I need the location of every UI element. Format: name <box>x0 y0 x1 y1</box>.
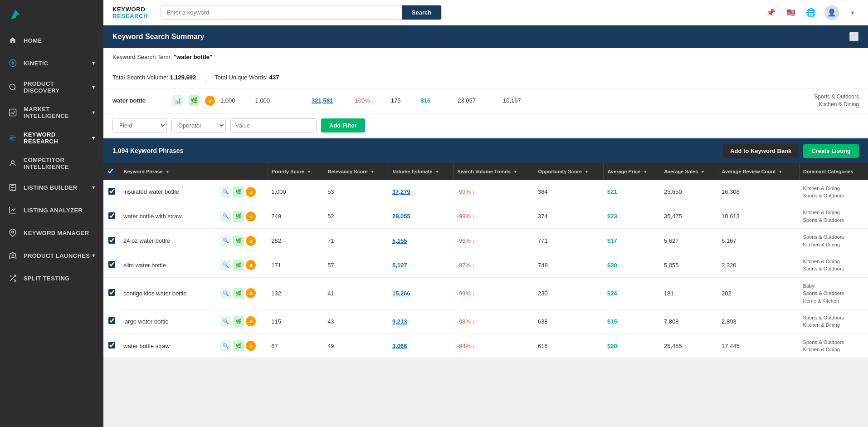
sidebar-item-label: KEYWORD MANAGER <box>24 230 89 236</box>
summary-title: Keyword Search Summary <box>112 33 205 41</box>
row-avg-price: $20 <box>604 253 660 277</box>
row-checkbox[interactable] <box>108 261 115 268</box>
leaf-icon[interactable]: 🌿 <box>233 340 244 351</box>
search-term-label: Keyword Search Term: <box>112 54 172 60</box>
sidebar: HOME KINETIC ▼ PRODUCT DISCOVERY ▼ MARKE… <box>0 0 103 427</box>
amazon-icon[interactable]: a <box>246 187 256 197</box>
sidebar-item-split-testing[interactable]: SPLIT TESTING <box>0 267 103 290</box>
sidebar-item-keyword-research[interactable]: KEYWORD RESEARCH ▼ <box>0 125 103 151</box>
row-avg-price: $20 <box>604 334 660 358</box>
th-avg-reviews: Average Review Count ▼ <box>718 163 800 180</box>
row-opportunity: 384 <box>534 180 604 204</box>
search-icon[interactable]: 🔍 <box>220 260 231 270</box>
screen-icon[interactable]: ⬜ <box>849 32 859 42</box>
search-icon[interactable]: 🔍 <box>220 211 231 222</box>
row-avg-reviews: 16,308 <box>718 180 800 204</box>
row-opportunity: 771 <box>534 229 604 253</box>
row-keyword: water bottle with straw <box>120 204 217 229</box>
row-opportunity: 230 <box>534 277 604 309</box>
main-keyword-row: water bottle 📊 🌿 a 1,000 1,000 321,581 -… <box>103 88 868 113</box>
row-avg-sales: 181 <box>660 277 718 309</box>
row-volume: 5,107 <box>389 253 454 277</box>
sidebar-item-product-discovery[interactable]: PRODUCT DISCOVERY ▼ <box>0 74 103 100</box>
amazon-icon[interactable]: a <box>246 288 256 298</box>
user-chevron-icon[interactable]: ▼ <box>846 6 859 19</box>
th-checkbox <box>103 163 120 180</box>
sort-arrow-icon: ▼ <box>307 170 311 174</box>
row-priority: 132 <box>268 277 324 309</box>
amazon-icon[interactable]: a <box>246 236 256 246</box>
svg-point-3 <box>11 161 14 163</box>
sidebar-item-home[interactable]: HOME <box>0 29 103 52</box>
row-avg-price: $17 <box>604 229 660 253</box>
row-opportunity: 616 <box>534 334 604 358</box>
sidebar-item-kinetic[interactable]: KINETIC ▼ <box>0 52 103 74</box>
row-checkbox[interactable] <box>108 289 115 296</box>
user-avatar[interactable]: 👤 <box>824 5 839 20</box>
globe-icon[interactable]: 🌐 <box>805 6 817 19</box>
search-button[interactable]: Search <box>402 5 441 20</box>
chevron-down-icon: ▼ <box>91 135 96 141</box>
leaf-icon[interactable]: 🌿 <box>189 95 200 106</box>
listing-builder-icon <box>7 182 18 193</box>
sidebar-item-label: LISTING ANALYZER <box>24 207 83 214</box>
amazon-icon[interactable]: a <box>246 341 256 351</box>
row-opportunity: 638 <box>534 309 604 334</box>
table-row: contigo kids water bottle 🔍 🌿 a 132 41 1… <box>103 277 868 309</box>
leaf-icon[interactable]: 🌿 <box>233 260 244 270</box>
main-relevancy: 1,000 <box>255 97 270 104</box>
listing-analyzer-icon <box>7 205 18 216</box>
search-icon[interactable]: 🔍 <box>220 340 231 351</box>
amazon-icon[interactable]: a <box>205 96 215 106</box>
add-to-bank-button[interactable]: Add to Keyword Bank <box>723 144 799 158</box>
select-all-checkbox[interactable] <box>107 168 114 175</box>
operator-select[interactable]: Operator <box>171 118 226 133</box>
main-trend: -100% ↓ <box>353 97 375 104</box>
search-icon[interactable]: 🔍 <box>220 316 231 327</box>
field-select[interactable]: Field <box>112 118 167 133</box>
search-icon[interactable]: 🔍 <box>220 236 231 246</box>
row-relevancy: 49 <box>324 334 389 358</box>
value-input[interactable] <box>230 118 317 133</box>
leaf-icon[interactable]: 🌿 <box>233 187 244 197</box>
sidebar-item-listing-analyzer[interactable]: LISTING ANALYZER <box>0 199 103 221</box>
sidebar-item-listing-builder[interactable]: LISTING BUILDER ▼ <box>0 176 103 199</box>
flag-icon[interactable]: 🇺🇸 <box>785 6 797 19</box>
row-priority: 115 <box>268 309 324 334</box>
row-checkbox[interactable] <box>108 342 115 348</box>
row-checkbox-cell <box>103 253 120 277</box>
sort-arrow-icon: ▼ <box>371 170 375 174</box>
sidebar-item-product-launches[interactable]: PRODUCT LAUNCHES ▼ <box>0 244 103 267</box>
search-icon[interactable]: 🔍 <box>220 187 231 197</box>
leaf-icon[interactable]: 🌿 <box>233 288 244 299</box>
main-volume-link[interactable]: 321,581 <box>312 97 333 104</box>
search-icon[interactable]: 🔍 <box>220 288 231 299</box>
sidebar-item-label: KEYWORD RESEARCH <box>24 131 91 145</box>
leaf-icon[interactable]: 🌿 <box>233 211 244 222</box>
amazon-icon[interactable]: a <box>246 260 256 270</box>
amazon-icon[interactable]: a <box>246 211 256 221</box>
add-filter-button[interactable]: Add Filter <box>321 118 365 133</box>
leaf-icon[interactable]: 🌿 <box>233 236 244 246</box>
graph-icon[interactable]: 📊 <box>172 95 183 106</box>
row-categories: Kitchen & DiningSports & Outdoors <box>800 180 868 204</box>
main-priority: 1,000 <box>220 97 235 104</box>
create-listing-button[interactable]: Create Listing <box>803 144 859 158</box>
leaf-icon[interactable]: 🌿 <box>233 316 244 327</box>
row-trend: -99% ↓ <box>454 204 534 229</box>
row-priority: 1,000 <box>268 180 324 204</box>
amazon-icon[interactable]: a <box>246 316 256 326</box>
search-input[interactable] <box>161 5 402 20</box>
sidebar-item-competitor-intelligence[interactable]: COMPETITOR INTELLIGENCE <box>0 151 103 176</box>
sidebar-item-keyword-manager[interactable]: KEYWORD MANAGER <box>0 221 103 244</box>
row-checkbox[interactable] <box>108 212 115 219</box>
summary-stats-row: Total Search Volume: 1,129,692 Total Uni… <box>103 66 868 88</box>
row-checkbox[interactable] <box>108 317 115 324</box>
sidebar-item-market-intelligence[interactable]: MARKET INTELLIGENCE ▼ <box>0 100 103 125</box>
pin-icon[interactable]: 📌 <box>765 6 777 19</box>
row-checkbox[interactable] <box>108 188 115 195</box>
sidebar-item-label: PRODUCT DISCOVERY <box>24 80 91 94</box>
row-volume: 29,055 <box>389 204 454 229</box>
main-categories: Sports & OutdoorsKitchen & Dining <box>814 93 859 108</box>
row-checkbox[interactable] <box>108 237 115 244</box>
